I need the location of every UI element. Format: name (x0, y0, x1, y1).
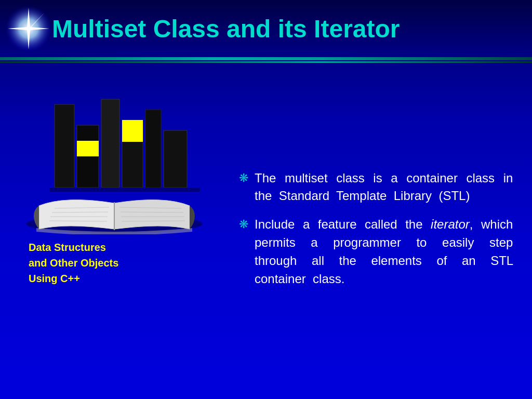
svg-rect-8 (122, 120, 143, 142)
bullet-icon-2: ❋ (239, 218, 248, 231)
bullet-text-1: The multiset class is a container class … (255, 169, 516, 206)
bullet-icon-1: ❋ (239, 171, 248, 185)
slide-header: Multiset Class and its Iterator (0, 0, 532, 57)
svg-rect-6 (101, 99, 119, 188)
svg-rect-11 (49, 188, 200, 192)
star-icon (5, 5, 52, 52)
svg-rect-10 (164, 130, 187, 188)
svg-rect-5 (77, 141, 99, 156)
slide-title: Multiset Class and its Iterator (52, 15, 400, 43)
bullet-item-2: ❋ Include a feature called the iterator,… (239, 216, 516, 288)
iterator-text: iterator (431, 217, 470, 231)
books-shelf-illustration (23, 84, 210, 234)
left-panel: Data Structures and Other Objects Using … (0, 73, 234, 384)
right-panel: ❋ The multiset class is a container clas… (234, 73, 532, 384)
book-caption: Data Structures and Other Objects Using … (29, 240, 210, 286)
slide: Multiset Class and its Iterator (0, 0, 532, 399)
caption-line3: Using C++ (29, 273, 80, 284)
caption-line2: and Other Objects (29, 257, 118, 269)
svg-rect-3 (55, 104, 74, 188)
svg-rect-9 (145, 110, 161, 188)
bullet-item-1: ❋ The multiset class is a container clas… (239, 169, 516, 206)
content-area: Data Structures and Other Objects Using … (0, 63, 532, 394)
bullet-text-2: Include a feature called the iterator, w… (255, 216, 516, 288)
divider-primary (0, 57, 532, 60)
caption-line1: Data Structures (29, 242, 106, 253)
